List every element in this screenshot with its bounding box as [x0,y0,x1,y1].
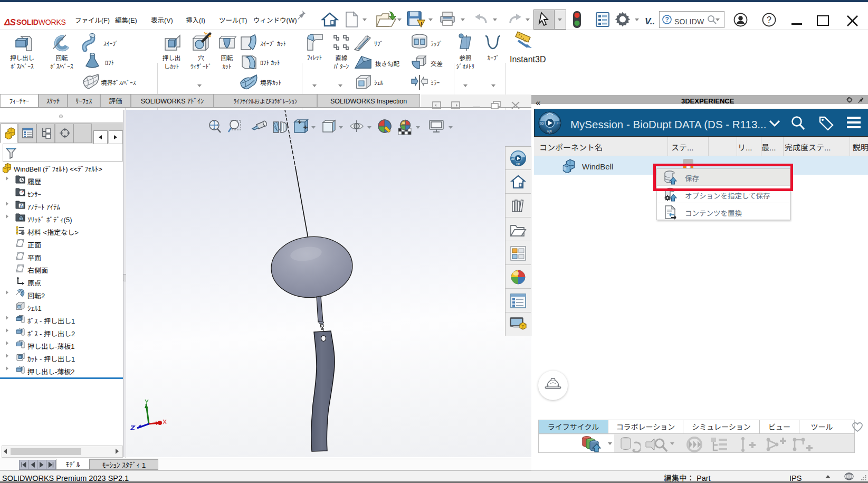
svg-text:3D: 3D [540,121,544,126]
svg-text:A: A [20,202,23,209]
svg-text:?: ? [767,15,771,24]
svg-text:?: ? [665,15,669,23]
svg-text:3D: 3D [511,157,515,160]
svg-text:!: ! [421,20,423,28]
svg-text:V,R: V,R [516,163,520,166]
svg-text:V,R: V,R [547,129,552,134]
